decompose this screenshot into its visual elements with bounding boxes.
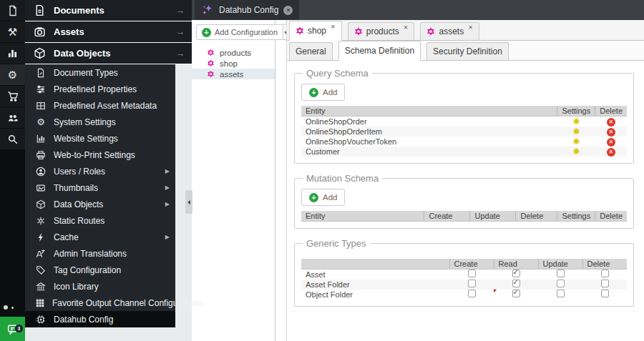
delete-icon[interactable]: ✕ — [607, 148, 615, 157]
rail-item-tools[interactable]: ⚒ — [0, 21, 25, 42]
tab-shop[interactable]: shop ✕ — [289, 21, 342, 41]
settings-gear-icon[interactable]: ✺ — [572, 127, 580, 137]
rail-item-customers[interactable] — [0, 107, 25, 128]
column-header-create[interactable]: Create — [449, 259, 494, 270]
menu-item-system-settings[interactable]: ⚙ System Settings — [25, 114, 175, 130]
create-checkbox[interactable] — [468, 290, 476, 297]
submenu-arrow-icon: ▶ — [165, 168, 170, 174]
create-checkbox[interactable] — [468, 270, 476, 277]
close-icon[interactable]: ✕ — [468, 24, 473, 31]
website-settings-icon — [35, 134, 47, 144]
gear-icon: ⚙ — [8, 69, 17, 80]
submenu-arrow-icon: ▶ — [165, 184, 170, 191]
menu-item-website-settings[interactable]: Website Settings — [25, 130, 175, 147]
subtab-schema-definition[interactable]: Schema Definition — [338, 41, 421, 61]
rail-item-ecommerce[interactable] — [0, 86, 25, 107]
rail-item-settings[interactable]: ⚙ — [0, 64, 25, 85]
plus-icon: + — [309, 88, 318, 97]
column-header-delete[interactable]: Delete — [595, 211, 627, 222]
column-header-entity[interactable]: Entity — [301, 211, 424, 222]
delete-icon[interactable]: ✕ — [607, 138, 615, 147]
entity-cell: OnlineShopOrderItem — [301, 127, 557, 137]
read-checkbox[interactable] — [512, 280, 520, 287]
static-routes-icon — [35, 216, 47, 226]
menu-item-predefined-properties[interactable]: Predefined Properties — [25, 81, 175, 97]
schema-definition-body: Query Schema + Add Entity Settings Delet… — [287, 61, 644, 307]
column-header-entity[interactable]: Entity — [301, 106, 557, 117]
delete-checkbox[interactable] — [601, 290, 609, 297]
add-configuration-button[interactable]: + Add Configuration — [196, 24, 283, 40]
menu-item-users-roles[interactable]: Users / Roles ▶ — [25, 163, 175, 179]
web-to-print-icon — [35, 150, 47, 160]
mutation-schema-fieldset: Mutation Schema + Add Entity Create Upda… — [294, 173, 634, 229]
delete-icon[interactable]: ✕ — [607, 128, 615, 137]
column-header-settings[interactable]: Settings — [557, 106, 595, 117]
delete-icon[interactable]: ✕ — [607, 118, 615, 127]
delete-checkbox[interactable] — [601, 270, 609, 277]
read-checkbox[interactable] — [512, 290, 520, 297]
column-header-delete[interactable]: Delete — [516, 211, 557, 222]
settings-gear-icon[interactable]: ✺ — [572, 147, 580, 157]
query-schema-add-button[interactable]: + Add — [301, 84, 345, 101]
rail-item-file[interactable] — [0, 0, 25, 21]
data-objects-cube-icon — [35, 199, 47, 209]
settings-submenu: Document Types Predefined Properties Pre… — [25, 64, 175, 327]
panel-collapse-handle[interactable] — [185, 190, 192, 214]
update-checkbox[interactable] — [557, 270, 565, 277]
menu-item-cache[interactable]: Cache ▶ — [25, 229, 175, 245]
create-checkbox[interactable] — [468, 280, 476, 287]
menu-item-thumbnails[interactable]: Thumbnails ▶ — [25, 179, 175, 196]
menu-item-document-types[interactable]: Document Types — [25, 64, 175, 81]
settings-gear-icon[interactable]: ✺ — [572, 137, 580, 147]
column-header-settings[interactable]: Settings — [557, 211, 595, 222]
menu-item-static-routes[interactable]: Static Routes — [25, 212, 175, 229]
column-header-create[interactable]: Create — [424, 211, 470, 222]
menu-header-documents[interactable]: Documents → — [25, 0, 192, 21]
settings-gear-icon[interactable]: ✺ — [572, 117, 580, 127]
file-icon — [7, 5, 19, 16]
tree-item-products[interactable]: products — [192, 47, 275, 58]
tab-assets[interactable]: assets ✕ — [420, 22, 479, 41]
window-tab-title: Datahub Config — [219, 5, 278, 15]
mutation-schema-add-button[interactable]: + Add — [301, 189, 345, 206]
collapse-left-icon — [187, 200, 190, 204]
rail-item-search[interactable] — [0, 129, 25, 149]
table-row: Object Folder — [301, 290, 627, 300]
column-header-update[interactable]: Update — [470, 211, 516, 222]
menu-header-label: Documents — [54, 5, 175, 16]
notifications-button[interactable]: 3 — [0, 317, 25, 341]
read-checkbox[interactable] — [512, 270, 520, 277]
menu-item-icon-library[interactable]: Icon Library — [25, 278, 175, 295]
menu-header-data-objects[interactable]: Data Objects → — [25, 43, 192, 64]
update-checkbox[interactable] — [557, 290, 565, 297]
close-icon[interactable]: ✕ — [404, 24, 409, 31]
pimcore-admin: ⚒ ⚙ 3 Documents → — [0, 0, 644, 341]
tree-item-assets[interactable]: assets — [192, 69, 275, 79]
graphql-icon — [296, 26, 304, 35]
tree-toolbar: + Add Configuration ▼ — [192, 20, 275, 43]
menu-item-datahub-config[interactable]: Datahub Config — [25, 311, 175, 327]
menu-item-web-to-print[interactable]: Web-to-Print Settings — [25, 147, 175, 163]
menu-header-assets[interactable]: Assets → — [25, 21, 192, 42]
menu-item-admin-translations[interactable]: Admin Translations — [25, 245, 175, 262]
window-tab-datahub-config[interactable]: Datahub Config ✕ — [195, 0, 299, 20]
menu-item-favorite-output-channel[interactable]: Favorite Output Channel Configurations — [25, 295, 175, 311]
submenu-arrow-icon: ▶ — [165, 201, 170, 207]
close-icon[interactable]: ✕ — [331, 24, 336, 30]
update-checkbox[interactable] — [557, 280, 565, 287]
column-header-update[interactable]: Update — [538, 259, 582, 270]
menu-item-predefined-asset-metadata[interactable]: Predefined Asset Metadata — [25, 97, 175, 114]
menu-item-data-objects[interactable]: Data Objects ▶ — [25, 196, 175, 212]
column-header-delete[interactable]: Delete — [595, 106, 627, 117]
delete-checkbox[interactable] — [601, 280, 609, 287]
tree-item-shop[interactable]: shop — [192, 58, 275, 69]
menu-header-label: Assets — [54, 26, 175, 37]
column-header-delete[interactable]: Delete — [582, 259, 627, 270]
subtab-general[interactable]: General — [289, 42, 333, 61]
tab-products[interactable]: products ✕ — [348, 22, 415, 41]
subtab-security-definition[interactable]: Security Definition — [426, 42, 509, 61]
rail-item-reports[interactable] — [0, 43, 25, 64]
menu-item-tag-configuration[interactable]: Tag Configuration — [25, 262, 175, 278]
thumbnails-icon — [35, 183, 47, 193]
close-icon[interactable]: ✕ — [283, 6, 293, 15]
